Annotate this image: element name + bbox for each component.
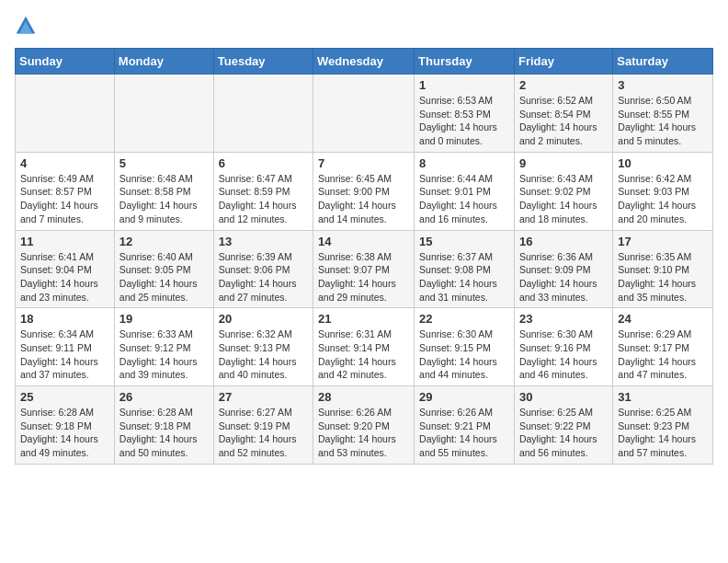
calendar-cell <box>16 75 115 153</box>
day-number: 18 <box>20 312 109 326</box>
calendar-cell: 2Sunrise: 6:52 AM Sunset: 8:54 PM Daylig… <box>514 75 612 153</box>
day-info: Sunrise: 6:31 AM Sunset: 9:14 PM Dayligh… <box>318 327 409 382</box>
day-info: Sunrise: 6:27 AM Sunset: 9:19 PM Dayligh… <box>219 406 308 460</box>
calendar-cell: 15Sunrise: 6:37 AM Sunset: 9:08 PM Dayli… <box>415 230 515 308</box>
calendar-cell: 29Sunrise: 6:26 AM Sunset: 9:21 PM Dayli… <box>415 386 515 465</box>
day-info: Sunrise: 6:48 AM Sunset: 8:58 PM Dayligh… <box>119 172 209 226</box>
calendar-cell: 8Sunrise: 6:44 AM Sunset: 9:01 PM Daylig… <box>415 152 515 230</box>
day-number: 17 <box>618 235 708 248</box>
day-number: 7 <box>318 156 409 170</box>
calendar-cell: 7Sunrise: 6:45 AM Sunset: 9:00 PM Daylig… <box>313 152 415 230</box>
calendar-cell: 22Sunrise: 6:30 AM Sunset: 9:15 PM Dayli… <box>415 308 515 386</box>
calendar-week-5: 25Sunrise: 6:28 AM Sunset: 9:18 PM Dayli… <box>16 386 713 465</box>
calendar-cell: 21Sunrise: 6:31 AM Sunset: 9:14 PM Dayli… <box>313 308 415 386</box>
day-info: Sunrise: 6:52 AM Sunset: 8:54 PM Dayligh… <box>519 94 608 148</box>
calendar-cell: 12Sunrise: 6:40 AM Sunset: 9:05 PM Dayli… <box>114 230 213 308</box>
day-info: Sunrise: 6:39 AM Sunset: 9:06 PM Dayligh… <box>219 250 308 304</box>
calendar-cell: 14Sunrise: 6:38 AM Sunset: 9:07 PM Dayli… <box>313 230 415 308</box>
day-number: 13 <box>219 235 308 248</box>
calendar-cell: 19Sunrise: 6:33 AM Sunset: 9:12 PM Dayli… <box>114 308 213 386</box>
calendar-cell: 24Sunrise: 6:29 AM Sunset: 9:17 PM Dayli… <box>613 308 713 386</box>
day-info: Sunrise: 6:26 AM Sunset: 9:21 PM Dayligh… <box>419 406 509 460</box>
day-number: 25 <box>20 390 109 404</box>
day-number: 15 <box>419 235 509 248</box>
day-number: 8 <box>419 156 509 170</box>
day-number: 14 <box>318 235 409 248</box>
calendar-cell <box>213 75 313 153</box>
calendar-table: SundayMondayTuesdayWednesdayThursdayFrid… <box>15 48 713 465</box>
calendar-week-2: 4Sunrise: 6:49 AM Sunset: 8:57 PM Daylig… <box>16 152 713 230</box>
day-info: Sunrise: 6:45 AM Sunset: 9:00 PM Dayligh… <box>318 172 409 226</box>
calendar-cell: 11Sunrise: 6:41 AM Sunset: 9:04 PM Dayli… <box>16 230 115 308</box>
day-number: 11 <box>20 235 109 248</box>
day-number: 29 <box>419 390 509 404</box>
calendar-cell: 13Sunrise: 6:39 AM Sunset: 9:06 PM Dayli… <box>213 230 313 308</box>
day-number: 9 <box>519 156 608 170</box>
calendar-header-row: SundayMondayTuesdayWednesdayThursdayFrid… <box>16 49 713 75</box>
calendar-week-1: 1Sunrise: 6:53 AM Sunset: 8:53 PM Daylig… <box>16 75 713 153</box>
day-number: 4 <box>20 156 109 170</box>
calendar-cell: 17Sunrise: 6:35 AM Sunset: 9:10 PM Dayli… <box>613 230 713 308</box>
calendar-cell: 23Sunrise: 6:30 AM Sunset: 9:16 PM Dayli… <box>514 308 612 386</box>
day-info: Sunrise: 6:34 AM Sunset: 9:11 PM Dayligh… <box>20 327 109 382</box>
calendar-cell: 6Sunrise: 6:47 AM Sunset: 8:59 PM Daylig… <box>213 152 313 230</box>
day-number: 28 <box>318 390 409 404</box>
day-number: 26 <box>119 390 209 404</box>
day-number: 2 <box>519 78 608 92</box>
day-number: 21 <box>318 312 409 326</box>
calendar-cell: 4Sunrise: 6:49 AM Sunset: 8:57 PM Daylig… <box>16 152 115 230</box>
day-info: Sunrise: 6:25 AM Sunset: 9:22 PM Dayligh… <box>519 406 608 460</box>
day-number: 23 <box>519 312 608 326</box>
day-number: 6 <box>219 156 308 170</box>
day-info: Sunrise: 6:30 AM Sunset: 9:15 PM Dayligh… <box>419 327 509 382</box>
day-number: 31 <box>618 390 708 404</box>
calendar-cell <box>313 75 415 153</box>
day-info: Sunrise: 6:25 AM Sunset: 9:23 PM Dayligh… <box>618 406 708 460</box>
logo <box>15 15 40 37</box>
calendar-cell: 28Sunrise: 6:26 AM Sunset: 9:20 PM Dayli… <box>313 386 415 465</box>
day-info: Sunrise: 6:49 AM Sunset: 8:57 PM Dayligh… <box>20 172 109 226</box>
logo-icon <box>15 15 37 37</box>
calendar-cell: 30Sunrise: 6:25 AM Sunset: 9:22 PM Dayli… <box>514 386 612 465</box>
day-info: Sunrise: 6:30 AM Sunset: 9:16 PM Dayligh… <box>519 327 608 382</box>
calendar-cell: 26Sunrise: 6:28 AM Sunset: 9:18 PM Dayli… <box>114 386 213 465</box>
calendar-cell <box>114 75 213 153</box>
calendar-week-3: 11Sunrise: 6:41 AM Sunset: 9:04 PM Dayli… <box>16 230 713 308</box>
header-saturday: Saturday <box>613 49 713 75</box>
day-number: 16 <box>519 235 608 248</box>
day-number: 27 <box>219 390 308 404</box>
calendar-cell: 25Sunrise: 6:28 AM Sunset: 9:18 PM Dayli… <box>16 386 115 465</box>
day-info: Sunrise: 6:44 AM Sunset: 9:01 PM Dayligh… <box>419 172 509 226</box>
day-number: 5 <box>119 156 209 170</box>
day-number: 20 <box>219 312 308 326</box>
calendar-cell: 9Sunrise: 6:43 AM Sunset: 9:02 PM Daylig… <box>514 152 612 230</box>
day-info: Sunrise: 6:50 AM Sunset: 8:55 PM Dayligh… <box>618 94 708 148</box>
day-info: Sunrise: 6:38 AM Sunset: 9:07 PM Dayligh… <box>318 250 409 304</box>
day-number: 30 <box>519 390 608 404</box>
day-number: 22 <box>419 312 509 326</box>
day-info: Sunrise: 6:33 AM Sunset: 9:12 PM Dayligh… <box>119 327 209 382</box>
header-monday: Monday <box>114 49 213 75</box>
day-number: 24 <box>618 312 708 326</box>
calendar-cell: 3Sunrise: 6:50 AM Sunset: 8:55 PM Daylig… <box>613 75 713 153</box>
calendar-cell: 10Sunrise: 6:42 AM Sunset: 9:03 PM Dayli… <box>613 152 713 230</box>
day-info: Sunrise: 6:42 AM Sunset: 9:03 PM Dayligh… <box>618 172 708 226</box>
day-number: 12 <box>119 235 209 248</box>
day-info: Sunrise: 6:53 AM Sunset: 8:53 PM Dayligh… <box>419 94 509 148</box>
header-friday: Friday <box>514 49 612 75</box>
calendar-cell: 16Sunrise: 6:36 AM Sunset: 9:09 PM Dayli… <box>514 230 612 308</box>
calendar-cell: 27Sunrise: 6:27 AM Sunset: 9:19 PM Dayli… <box>213 386 313 465</box>
calendar-cell: 1Sunrise: 6:53 AM Sunset: 8:53 PM Daylig… <box>415 75 515 153</box>
day-info: Sunrise: 6:40 AM Sunset: 9:05 PM Dayligh… <box>119 250 209 304</box>
day-number: 10 <box>618 156 708 170</box>
day-info: Sunrise: 6:41 AM Sunset: 9:04 PM Dayligh… <box>20 250 109 304</box>
day-info: Sunrise: 6:26 AM Sunset: 9:20 PM Dayligh… <box>318 406 409 460</box>
calendar-cell: 5Sunrise: 6:48 AM Sunset: 8:58 PM Daylig… <box>114 152 213 230</box>
day-number: 3 <box>618 78 708 92</box>
day-info: Sunrise: 6:28 AM Sunset: 9:18 PM Dayligh… <box>20 406 109 460</box>
day-info: Sunrise: 6:35 AM Sunset: 9:10 PM Dayligh… <box>618 250 708 304</box>
calendar-cell: 20Sunrise: 6:32 AM Sunset: 9:13 PM Dayli… <box>213 308 313 386</box>
calendar-cell: 31Sunrise: 6:25 AM Sunset: 9:23 PM Dayli… <box>613 386 713 465</box>
day-info: Sunrise: 6:47 AM Sunset: 8:59 PM Dayligh… <box>219 172 308 226</box>
day-number: 1 <box>419 78 509 92</box>
